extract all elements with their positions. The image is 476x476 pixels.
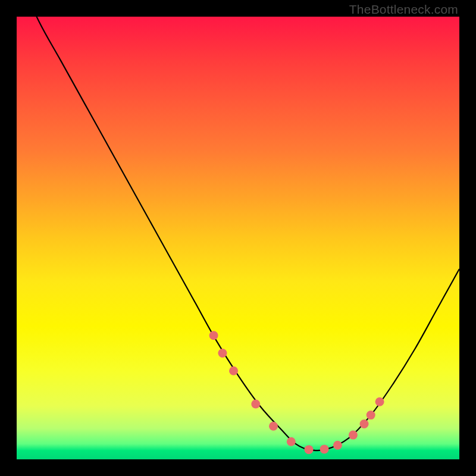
marker-dot (305, 445, 314, 454)
watermark-text: TheBottleneck.com (349, 2, 458, 17)
marker-dot (333, 441, 342, 450)
marker-dot (349, 431, 358, 440)
marker-dot (360, 419, 369, 428)
marker-dot (367, 411, 375, 419)
chart-svg (17, 17, 459, 459)
marker-dot (209, 331, 218, 340)
marker-dot (287, 437, 296, 446)
marker-dot (251, 400, 260, 409)
marker-dot (320, 444, 329, 453)
marker-dots-group (209, 331, 384, 454)
marker-dot (229, 367, 238, 375)
marker-dot (375, 397, 384, 406)
marker-dot (269, 422, 278, 431)
marker-dot (218, 349, 227, 358)
bottleneck-curve-line (17, 17, 459, 450)
